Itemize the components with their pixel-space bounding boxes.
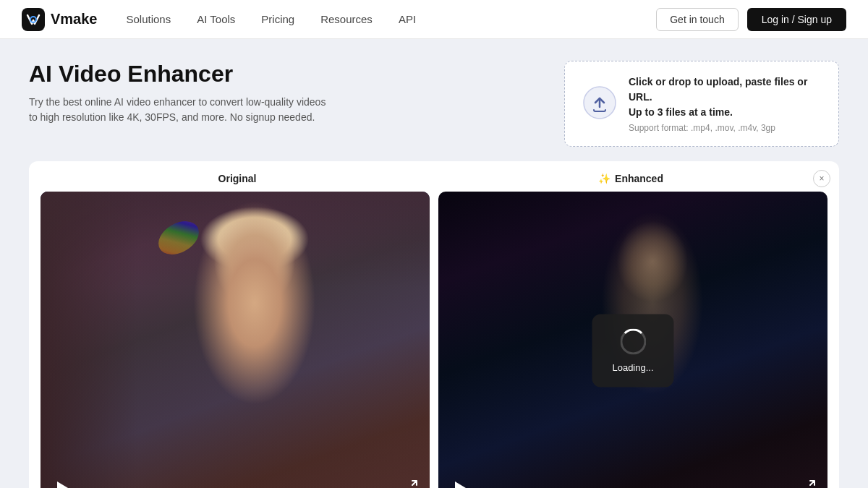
sparkle-icon: ✨ [598, 173, 610, 184]
loading-overlay: Loading... [592, 314, 673, 388]
nav-right-actions: Get in touch Log in / Sign up [656, 8, 846, 31]
main-content: AI Video Enhancer Try the best online AI… [0, 39, 868, 488]
upload-cloud-icon [582, 85, 617, 120]
enhanced-video-panel: Loading... [438, 192, 827, 488]
nav-solutions[interactable]: Solutions [127, 13, 171, 25]
enhanced-label-text: Enhanced [615, 173, 663, 184]
original-play-button[interactable] [52, 478, 72, 488]
close-button[interactable]: × [813, 170, 830, 187]
upload-main-text: Click or drop to upload, paste files or … [629, 74, 821, 120]
hero-text: AI Video Enhancer Try the best online AI… [29, 61, 333, 125]
upload-support-text: Support format: .mp4, .mov, .m4v, 3gp [629, 123, 821, 133]
upload-icon [582, 85, 617, 123]
upload-dropzone[interactable]: Click or drop to upload, paste files or … [564, 61, 839, 147]
loading-box: Loading... [592, 314, 673, 388]
page-title: AI Video Enhancer [29, 61, 333, 87]
nav-resources[interactable]: Resources [320, 13, 373, 25]
hero-description: Try the best online AI video enhancer to… [29, 95, 333, 125]
figure-original [41, 192, 430, 488]
nav-api[interactable]: API [399, 13, 416, 25]
upload-text-content: Click or drop to upload, paste files or … [629, 74, 821, 133]
original-video-panel [41, 192, 430, 488]
nav-ai-tools[interactable]: AI Tools [197, 13, 235, 25]
videos-row: Loading... [41, 192, 827, 488]
enhanced-play-triangle-icon [455, 481, 466, 488]
expand-icon [402, 479, 418, 488]
enhanced-expand-icon [800, 479, 816, 488]
loading-spinner [620, 329, 646, 355]
upload-line2: Up to 3 files at a time. [629, 105, 821, 120]
enhanced-label: ✨ Enhanced [434, 173, 827, 184]
video-comparison-container: Original ✨ Enhanced × [29, 161, 839, 488]
original-expand-button[interactable] [402, 479, 418, 488]
video-labels-row: Original ✨ Enhanced [41, 173, 827, 184]
nav-pricing[interactable]: Pricing [261, 13, 294, 25]
original-label: Original [41, 173, 434, 184]
navbar: Vmake Solutions AI Tools Pricing Resourc… [0, 0, 868, 39]
enhanced-play-button[interactable] [450, 478, 470, 488]
play-triangle-icon [57, 481, 68, 488]
upload-line1: Click or drop to upload, paste files or … [629, 74, 821, 105]
nav-links: Solutions AI Tools Pricing Resources API [127, 13, 657, 25]
logo-text: Vmake [51, 11, 98, 27]
vmake-logo-icon [22, 8, 45, 31]
close-icon: × [819, 174, 824, 184]
enhanced-expand-button[interactable] [800, 479, 816, 488]
logo-area[interactable]: Vmake [22, 8, 98, 31]
get-in-touch-button[interactable]: Get in touch [656, 8, 739, 31]
login-signup-button[interactable]: Log in / Sign up [747, 8, 846, 31]
hero-area: AI Video Enhancer Try the best online AI… [29, 61, 839, 147]
loading-text: Loading... [612, 362, 653, 373]
